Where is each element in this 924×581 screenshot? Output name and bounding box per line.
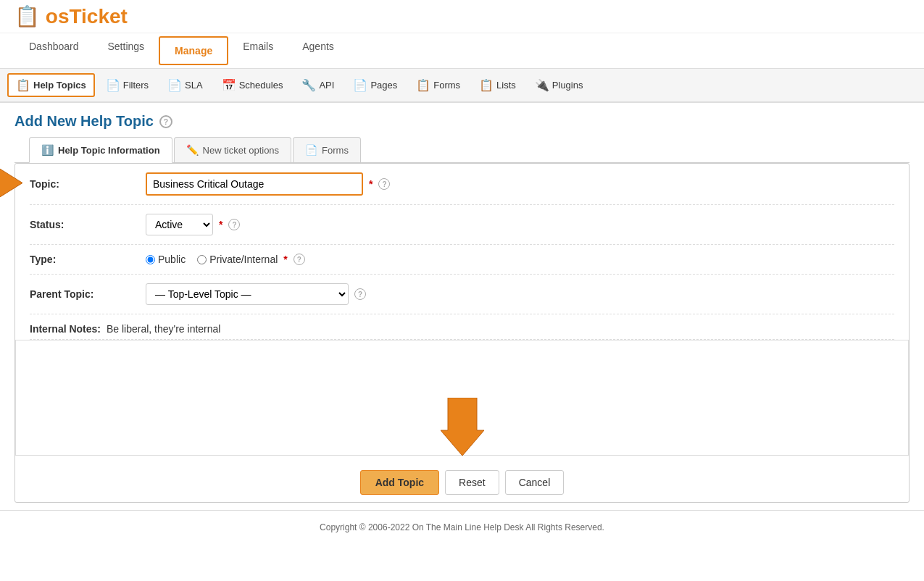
subnav-pages[interactable]: 📄 Pages (345, 74, 405, 96)
type-help-icon[interactable]: ? (294, 254, 305, 265)
type-private-radio[interactable] (197, 255, 207, 264)
filters-label: Filters (123, 80, 149, 91)
buttons-area: Add Topic Reset Cancel (15, 456, 909, 502)
forms-icon: 📋 (416, 78, 430, 92)
subnav-schedules[interactable]: 📅 Schedules (214, 74, 291, 96)
tab-ticket-icon: ✏️ (186, 144, 199, 156)
tab-ticket-label: New ticket options (203, 145, 280, 156)
topic-label: Topic: (30, 178, 146, 190)
type-required-star: * (283, 254, 287, 265)
api-label: API (319, 80, 334, 91)
parent-topic-control-wrap: — Top-Level Topic — ? (146, 283, 366, 305)
internal-notes-text: Be liberal, they're internal (107, 323, 221, 335)
type-control-wrap: Public Private/Internal * ? (146, 254, 305, 265)
logo-area: 📋 osTicket (0, 0, 924, 33)
help-topics-label: Help Topics (33, 80, 86, 91)
api-icon: 🔧 (301, 78, 316, 92)
tab-new-ticket-options[interactable]: ✏️ New ticket options (174, 137, 292, 162)
type-private-label[interactable]: Private/Internal (197, 254, 278, 265)
svg-marker-0 (0, 165, 22, 201)
tab-info-label: Help Topic Information (58, 145, 160, 156)
status-required-star: * (219, 219, 222, 230)
tab-forms-icon: 📄 (305, 144, 317, 156)
type-row: Type: Public Private/Internal * ? (30, 245, 894, 275)
nav-agents[interactable]: Agents (288, 33, 349, 68)
reset-button[interactable]: Reset (445, 470, 499, 495)
subnav-lists[interactable]: 📋 Lists (471, 74, 524, 96)
arrow-annotation-right (0, 165, 22, 204)
form-inner: Topic: * ? Status: Active Disabled * ? (15, 164, 909, 340)
sla-label: SLA (185, 80, 203, 91)
tab-help-topic-info[interactable]: ℹ️ Help Topic Information (29, 137, 172, 163)
svg-marker-1 (441, 398, 484, 456)
sla-icon: 📄 (167, 78, 182, 92)
type-public-text: Public (158, 254, 186, 265)
page-header: Add New Help Topic ? (0, 103, 924, 137)
down-arrow-svg (441, 398, 484, 456)
plugins-label: Plugins (552, 80, 583, 91)
parent-topic-label: Parent Topic: (30, 288, 146, 300)
subnav-sla[interactable]: 📄 SLA (159, 74, 211, 96)
add-topic-button[interactable]: Add Topic (360, 470, 439, 495)
nav-emails[interactable]: Emails (228, 33, 288, 68)
topic-row: Topic: * ? (30, 164, 894, 205)
cancel-button[interactable]: Cancel (505, 470, 565, 495)
page-title: Add New Help Topic (14, 113, 154, 130)
type-private-text: Private/Internal (209, 254, 278, 265)
status-row: Status: Active Disabled * ? (30, 205, 894, 245)
footer-text: Copyright © 2006-2022 On The Main Line H… (320, 522, 604, 532)
nav-manage[interactable]: Manage (159, 36, 228, 65)
form-container: Topic: * ? Status: Active Disabled * ? (14, 163, 910, 503)
topic-input[interactable] (146, 172, 363, 196)
topic-help-icon[interactable]: ? (378, 178, 390, 190)
parent-topic-help-icon[interactable]: ? (354, 288, 366, 300)
status-select[interactable]: Active Disabled (146, 214, 213, 235)
footer: Copyright © 2006-2022 On The Main Line H… (0, 510, 924, 544)
sub-nav: 📋 Help Topics 📄 Filters 📄 SLA 📅 Schedule… (0, 69, 924, 103)
parent-topic-select[interactable]: — Top-Level Topic — (146, 283, 349, 305)
schedules-icon: 📅 (222, 78, 236, 92)
filters-icon: 📄 (106, 78, 120, 92)
tabs-container: ℹ️ Help Topic Information ✏️ New ticket … (14, 137, 910, 163)
status-label: Status: (30, 219, 146, 230)
type-label: Type: (30, 254, 146, 265)
pages-icon: 📄 (353, 78, 367, 92)
internal-notes-label: Internal Notes: (30, 323, 101, 335)
lists-icon: 📋 (479, 78, 494, 92)
schedules-label: Schedules (239, 80, 283, 91)
pages-label: Pages (370, 80, 397, 91)
type-radio-group: Public Private/Internal (146, 254, 278, 265)
topic-control-wrap: * ? (146, 172, 390, 196)
subnav-help-topics[interactable]: 📋 Help Topics (7, 73, 95, 97)
type-public-radio[interactable] (146, 255, 155, 264)
help-topics-icon: 📋 (16, 78, 30, 92)
subnav-forms[interactable]: 📋 Forms (408, 74, 468, 96)
right-arrow-svg (0, 165, 22, 201)
logo-text: osTicket (46, 5, 128, 28)
page-help-icon[interactable]: ? (159, 115, 172, 128)
plugins-icon: 🔌 (535, 78, 549, 92)
type-public-label[interactable]: Public (146, 254, 186, 265)
nav-settings[interactable]: Settings (93, 33, 159, 68)
subnav-plugins[interactable]: 🔌 Plugins (527, 74, 591, 96)
nav-dashboard[interactable]: Dashboard (14, 33, 93, 68)
subnav-filters[interactable]: 📄 Filters (98, 74, 157, 96)
topic-required-star: * (369, 178, 372, 190)
top-nav: Dashboard Settings Manage Emails Agents (0, 33, 924, 69)
tab-forms-label: Forms (322, 145, 349, 156)
status-control-wrap: Active Disabled * ? (146, 214, 240, 235)
tab-info-icon: ℹ️ (41, 144, 54, 156)
parent-topic-row: Parent Topic: — Top-Level Topic — ? (30, 275, 894, 314)
arrow-annotation-down (441, 398, 484, 456)
lists-label: Lists (496, 80, 516, 91)
forms-label: Forms (433, 80, 460, 91)
logo: 📋 osTicket (14, 5, 128, 28)
status-help-icon[interactable]: ? (228, 219, 240, 230)
subnav-api[interactable]: 🔧 API (294, 74, 342, 96)
main-content: ℹ️ Help Topic Information ✏️ New ticket … (0, 137, 924, 503)
tab-forms[interactable]: 📄 Forms (293, 137, 361, 162)
internal-notes-row: Internal Notes: Be liberal, they're inte… (30, 314, 894, 340)
